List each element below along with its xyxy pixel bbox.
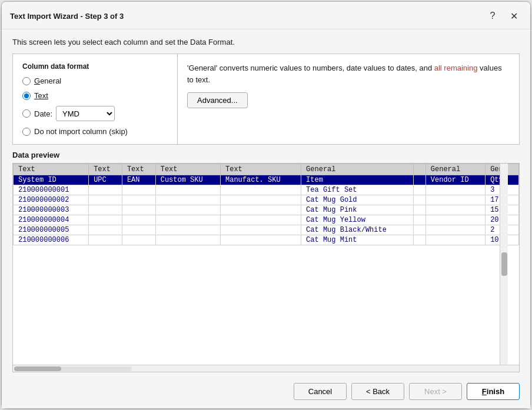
radio-date-row: Date: YMD DMY MDY: [22, 106, 168, 121]
cell: [425, 195, 485, 205]
col-header-1: Text: [14, 164, 89, 175]
cell: [89, 225, 122, 235]
dialog-footer: Cancel < Back Next > Finish: [2, 377, 530, 408]
date-format-select[interactable]: YMD DMY MDY: [56, 106, 115, 121]
advanced-button[interactable]: Advanced...: [187, 92, 248, 108]
title-bar: Text Import Wizard - Step 3 of 3 ? ✕: [2, 2, 530, 29]
cell: [425, 215, 485, 225]
table-row: 210000000001 Tea Gift Set 3: [14, 185, 519, 195]
cancel-button[interactable]: Cancel: [294, 383, 347, 400]
radio-general-label: General: [34, 76, 61, 85]
radio-date-label: Date:: [34, 109, 52, 118]
cell: Vendor ID: [425, 175, 485, 185]
cell: Cat Mug Yellow: [301, 215, 414, 225]
table-row: System ID UPC EAN Custom SKU Manufact. S…: [14, 175, 519, 185]
data-preview-section: Data preview Text Text Text Text Text Ge…: [12, 151, 520, 372]
cell: 210000000003: [14, 205, 89, 215]
preview-container: Text Text Text Text Text General General…: [12, 163, 520, 372]
cell: [89, 215, 122, 225]
help-button[interactable]: ?: [484, 8, 501, 24]
close-button[interactable]: ✕: [506, 8, 522, 24]
cell: [413, 185, 425, 195]
horizontal-scrollbar-thumb: [14, 366, 61, 371]
column-format-label: Column data format: [22, 62, 168, 71]
dialog-body: This screen lets you select each column …: [2, 29, 530, 377]
cell: [155, 205, 220, 215]
radio-text-label: Text: [34, 91, 48, 100]
preview-table-wrapper[interactable]: Text Text Text Text Text General General…: [13, 164, 519, 365]
col-header-3: Text: [122, 164, 155, 175]
radio-skip-row: Do not import column (skip): [22, 127, 168, 136]
cell: [122, 215, 155, 225]
next-button[interactable]: Next >: [409, 383, 462, 400]
radio-general[interactable]: [22, 77, 31, 85]
horizontal-scrollbar-area: [13, 365, 519, 372]
cell: [221, 225, 301, 235]
cell: System ID: [14, 175, 89, 185]
radio-general-row: General: [22, 76, 168, 85]
cell: Cat Mug Black/White: [301, 225, 414, 235]
cell: [89, 195, 122, 205]
cell: [413, 175, 425, 185]
cell: [413, 225, 425, 235]
radio-date[interactable]: [22, 109, 31, 118]
radio-skip[interactable]: [22, 128, 31, 136]
cell: [221, 205, 301, 215]
col-header-8: General: [425, 164, 485, 175]
right-panel: 'General' converts numeric values to num…: [178, 54, 519, 144]
col-header-5: Text: [221, 164, 301, 175]
radio-text-row: Text: [22, 91, 168, 100]
cell: [221, 235, 301, 245]
cell: [89, 185, 122, 195]
horizontal-scrollbar-track[interactable]: [14, 366, 132, 371]
cell: [122, 205, 155, 215]
radio-skip-label: Do not import column (skip): [34, 127, 128, 136]
dialog-title: Text Import Wizard - Step 3 of 3: [10, 12, 124, 21]
table-row: 210000000003 Cat Mug Pink 15: [14, 205, 519, 215]
cell: [425, 235, 485, 245]
cell: [89, 205, 122, 215]
cell: [221, 185, 301, 195]
table-row: 210000000005 Cat Mug Black/White 2: [14, 225, 519, 235]
description-text: 'General' converts numeric values to num…: [187, 62, 510, 85]
cell: 210000000002: [14, 195, 89, 205]
cell: [122, 195, 155, 205]
col-header-4: Text: [155, 164, 220, 175]
title-bar-right: ? ✕: [484, 8, 522, 24]
cell: Item: [301, 175, 414, 185]
table-row: 210000000002 Cat Mug Gold 17: [14, 195, 519, 205]
cell: UPC: [89, 175, 122, 185]
cell: 210000000004: [14, 215, 89, 225]
cell: 210000000005: [14, 225, 89, 235]
cell: [413, 205, 425, 215]
cell: [155, 215, 220, 225]
preview-label: Data preview: [12, 151, 520, 159]
title-bar-left: Text Import Wizard - Step 3 of 3: [10, 12, 124, 21]
cell: 210000000001: [14, 185, 89, 195]
cell: [122, 185, 155, 195]
cell: [425, 225, 485, 235]
vertical-scrollbar[interactable]: [500, 164, 508, 365]
radio-text[interactable]: [22, 92, 31, 100]
cell: Manufact. SKU: [221, 175, 301, 185]
col-header-2: Text: [89, 164, 122, 175]
cell: Cat Mug Gold: [301, 195, 414, 205]
cell: [413, 195, 425, 205]
cell: [122, 225, 155, 235]
cell: Cat Mug Mint: [301, 235, 414, 245]
intro-text: This screen lets you select each column …: [12, 38, 520, 46]
vertical-scroll-thumb: [501, 252, 507, 276]
finish-button[interactable]: Finish: [467, 383, 520, 400]
cell: [221, 215, 301, 225]
dialog-window: Text Import Wizard - Step 3 of 3 ? ✕ Thi…: [1, 1, 531, 409]
table-row: 210000000006 Cat Mug Mint 10: [14, 235, 519, 245]
cell: [155, 235, 220, 245]
cell: [155, 225, 220, 235]
cell: [155, 185, 220, 195]
cell: 210000000006: [14, 235, 89, 245]
table-header-row: Text Text Text Text Text General General…: [14, 164, 519, 175]
cell: Cat Mug Pink: [301, 205, 414, 215]
cell: Tea Gift Set: [301, 185, 414, 195]
back-button[interactable]: < Back: [351, 383, 404, 400]
left-panel: Column data format General Text D: [13, 54, 178, 144]
